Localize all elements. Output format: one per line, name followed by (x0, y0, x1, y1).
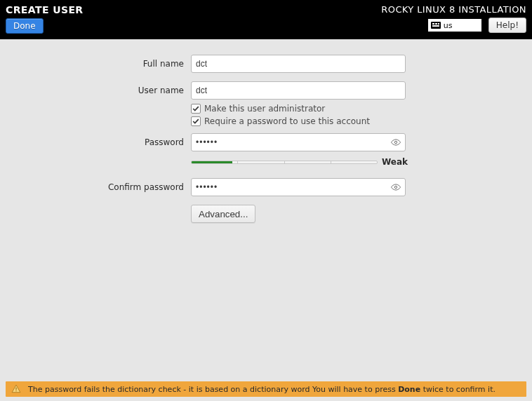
full-name-input[interactable] (191, 55, 406, 73)
admin-checkbox[interactable] (191, 104, 201, 114)
svg-point-0 (394, 141, 397, 143)
require-pw-checkbox[interactable] (191, 116, 201, 126)
admin-checkbox-label: Make this user administrator (204, 104, 325, 114)
eye-icon[interactable] (390, 183, 401, 191)
top-left: CREATE USER Done (6, 3, 84, 35)
warning-bold: Done (398, 385, 420, 394)
eye-icon[interactable] (390, 138, 401, 147)
label-full-name: Full name (0, 59, 191, 69)
row-user-name: User name (0, 81, 532, 100)
top-right-controls: us Help! (428, 18, 526, 33)
row-password: Password (0, 133, 532, 151)
password-input[interactable] (191, 133, 406, 151)
label-confirm: Confirm password (0, 182, 191, 192)
svg-rect-2 (15, 388, 16, 390)
password-strength-bar (191, 161, 378, 164)
confirm-password-input[interactable] (191, 178, 406, 196)
label-password: Password (0, 137, 191, 147)
user-name-input[interactable] (191, 81, 406, 100)
warning-suffix: twice to confirm it. (420, 385, 496, 394)
warning-icon (11, 384, 21, 394)
check-icon (192, 105, 199, 112)
require-pw-checkbox-row: Require a password to use this account (191, 116, 406, 126)
keyboard-icon (431, 22, 441, 29)
row-full-name: Full name (0, 55, 532, 73)
warning-text: The password fails the dictionary check … (28, 385, 496, 394)
page-title: CREATE USER (6, 4, 84, 15)
top-bar: CREATE USER Done ROCKY LINUX 8 INSTALLAT… (0, 0, 532, 39)
keyboard-layout-indicator[interactable]: us (428, 19, 481, 32)
password-strength-label: Weak (382, 157, 406, 167)
row-confirm: Confirm password (0, 178, 532, 196)
row-checkboxes: Make this user administrator Require a p… (0, 104, 532, 129)
svg-point-1 (394, 186, 397, 188)
product-title: ROCKY LINUX 8 INSTALLATION (381, 4, 526, 15)
warning-prefix: The password fails the dictionary check … (28, 385, 398, 394)
advanced-button[interactable]: Advanced... (191, 205, 255, 223)
label-user-name: User name (0, 86, 191, 95)
top-right: ROCKY LINUX 8 INSTALLATION us Help! (381, 3, 526, 35)
svg-rect-3 (15, 390, 16, 391)
password-strength-fill (192, 161, 232, 163)
admin-checkbox-row: Make this user administrator (191, 104, 406, 114)
warning-bar: The password fails the dictionary check … (6, 381, 526, 397)
keyboard-layout-label: us (444, 21, 453, 30)
help-button[interactable]: Help! (488, 18, 526, 33)
done-button[interactable]: Done (6, 18, 44, 34)
row-advanced: Advanced... (0, 205, 532, 223)
form-area: Full name User name Make this user admin… (0, 39, 532, 223)
require-pw-checkbox-label: Require a password to use this account (204, 116, 370, 126)
row-strength: Weak (0, 156, 532, 174)
check-icon (192, 118, 199, 125)
